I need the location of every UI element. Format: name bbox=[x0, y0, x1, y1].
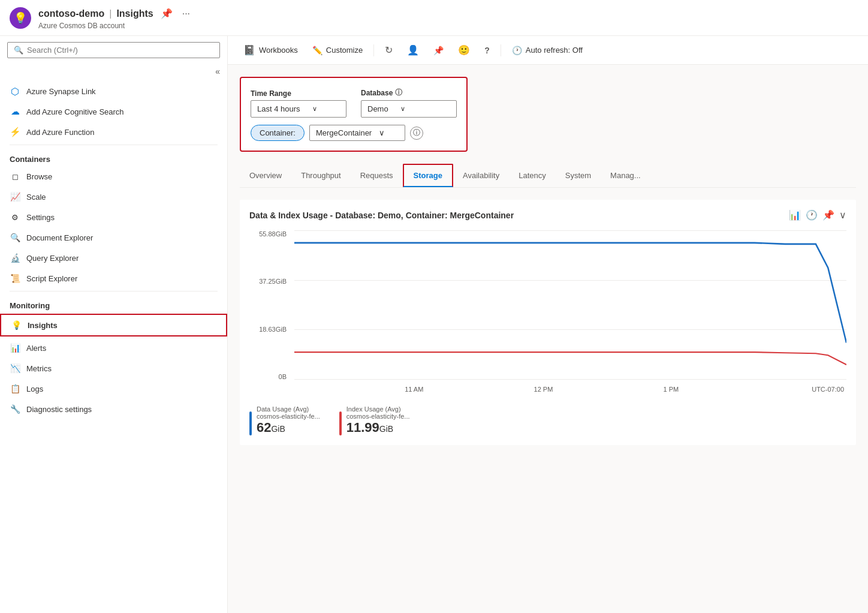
content-area: 📓 Workbooks ✏️ Customize ↻ 👤 📌 bbox=[228, 36, 868, 613]
browse-icon: ◻ bbox=[10, 171, 20, 182]
title-divider: | bbox=[109, 8, 111, 19]
sidebar: 🔍 « ⬡ Azure Synapse Link ☁ Add Azure Cog… bbox=[0, 36, 228, 613]
sidebar-item-label: Add Azure Cognitive Search bbox=[26, 107, 124, 116]
sidebar-item-synapse-link[interactable]: ⬡ Azure Synapse Link bbox=[0, 81, 227, 101]
customize-label: Customize bbox=[326, 46, 363, 55]
pin-toolbar-button[interactable]: 📌 bbox=[427, 43, 450, 58]
time-range-chevron-icon: ∨ bbox=[312, 105, 317, 113]
sidebar-item-label: Logs bbox=[26, 384, 43, 393]
tab-availability[interactable]: Availability bbox=[453, 165, 509, 187]
sidebar-collapse-button[interactable]: « bbox=[213, 64, 222, 79]
chart-plot bbox=[294, 230, 846, 380]
database-select[interactable]: Demo ∨ bbox=[361, 100, 457, 118]
search-icon: 🔍 bbox=[14, 46, 23, 55]
content-body: Time Range Last 4 hours ∨ Database ⓘ bbox=[228, 65, 868, 613]
tab-storage[interactable]: Storage bbox=[403, 164, 453, 187]
workbooks-button[interactable]: 📓 Workbooks bbox=[237, 41, 304, 59]
tab-throughput[interactable]: Throughput bbox=[291, 165, 351, 187]
more-button[interactable]: ··· bbox=[180, 6, 192, 22]
database-info-icon[interactable]: ⓘ bbox=[395, 88, 402, 98]
container-info-button[interactable]: ⓘ bbox=[410, 127, 423, 140]
sidebar-content: ⬡ Azure Synapse Link ☁ Add Azure Cogniti… bbox=[0, 81, 227, 613]
database-value: Demo bbox=[367, 104, 388, 113]
refresh-button[interactable]: ↻ bbox=[379, 41, 399, 59]
tab-manage[interactable]: Manag... bbox=[601, 165, 650, 187]
tab-latency[interactable]: Latency bbox=[509, 165, 556, 187]
pin-toolbar-icon: 📌 bbox=[433, 46, 444, 55]
share-button[interactable]: 👤 bbox=[401, 41, 425, 59]
sidebar-item-diagnostic-settings[interactable]: 🔧 Diagnostic settings bbox=[0, 399, 227, 419]
refresh-icon: ↻ bbox=[385, 44, 393, 56]
time-range-select[interactable]: Last 4 hours ∨ bbox=[251, 100, 346, 118]
sidebar-item-document-explorer[interactable]: 🔍 Document Explorer bbox=[0, 227, 227, 248]
data-usage-sublabel: cosmos-elasticity-fe... bbox=[257, 413, 320, 420]
scale-icon: 📈 bbox=[10, 191, 20, 202]
filter-box: Time Range Last 4 hours ∨ Database ⓘ bbox=[240, 77, 468, 152]
pin-button[interactable]: 📌 bbox=[158, 5, 175, 22]
sidebar-item-insights[interactable]: 💡 Insights bbox=[0, 314, 227, 336]
container-select[interactable]: MergeContainer ∨ bbox=[309, 125, 405, 141]
chart-expand-button[interactable]: ∨ bbox=[839, 209, 846, 221]
sidebar-item-label: Diagnostic settings bbox=[26, 405, 92, 414]
sidebar-item-script-explorer[interactable]: 📜 Script Explorer bbox=[0, 268, 227, 289]
sidebar-item-add-cognitive-search[interactable]: ☁ Add Azure Cognitive Search bbox=[0, 101, 227, 122]
chart-x-label-utc: UTC-07:00 bbox=[812, 386, 846, 393]
metrics-icon: 📉 bbox=[10, 363, 20, 374]
chart-time-button[interactable]: 🕐 bbox=[806, 209, 818, 221]
chart-x-labels: 11 AM 12 PM 1 PM UTC-07:00 bbox=[294, 380, 846, 398]
toolbar: 📓 Workbooks ✏️ Customize ↻ 👤 📌 bbox=[228, 36, 868, 65]
containers-section-header: Containers bbox=[0, 148, 227, 166]
database-label: Database ⓘ bbox=[361, 88, 457, 98]
sidebar-item-metrics[interactable]: 📉 Metrics bbox=[0, 358, 227, 378]
logs-icon: 📋 bbox=[10, 383, 20, 394]
sidebar-item-label: Insights bbox=[28, 321, 58, 330]
search-box[interactable]: 🔍 bbox=[7, 42, 220, 58]
chart-svg bbox=[294, 230, 846, 380]
search-input[interactable] bbox=[27, 46, 213, 55]
feedback-icon: 🙂 bbox=[458, 44, 470, 56]
sidebar-item-settings[interactable]: ⚙ Settings bbox=[0, 207, 227, 227]
auto-refresh-button[interactable]: 🕐 Auto refresh: Off bbox=[506, 43, 589, 58]
workbooks-icon: 📓 bbox=[243, 44, 255, 56]
customize-icon: ✏️ bbox=[312, 46, 323, 55]
app-logo: 💡 bbox=[10, 7, 31, 29]
sidebar-search-area: 🔍 bbox=[0, 36, 227, 64]
sidebar-item-alerts[interactable]: 📊 Alerts bbox=[0, 338, 227, 358]
chart-pin-button[interactable]: 📌 bbox=[822, 209, 834, 221]
chart-x-label-1pm: 1 PM bbox=[664, 386, 679, 393]
chart-legend: Data Usage (Avg) cosmos-elasticity-fe...… bbox=[249, 405, 846, 435]
data-usage-info: Data Usage (Avg) cosmos-elasticity-fe...… bbox=[257, 405, 320, 435]
legend-item-index-usage: Index Usage (Avg) cosmos-elasticity-fe..… bbox=[339, 405, 410, 435]
index-usage-label: Index Usage (Avg) bbox=[346, 405, 410, 413]
azure-function-icon: ⚡ bbox=[10, 127, 20, 137]
chart-y-label-bottom: 0B bbox=[249, 373, 291, 380]
sidebar-item-logs[interactable]: 📋 Logs bbox=[0, 378, 227, 399]
chart-title: Data & Index Usage - Database: Demo, Con… bbox=[249, 211, 514, 220]
chart-section: Data & Index Usage - Database: Demo, Con… bbox=[240, 200, 856, 445]
help-button[interactable]: ? bbox=[478, 43, 496, 58]
sidebar-item-label: Alerts bbox=[26, 344, 46, 353]
cognitive-search-icon: ☁ bbox=[10, 106, 20, 117]
chart-x-label-11am: 11 AM bbox=[405, 386, 423, 393]
customize-button[interactable]: ✏️ Customize bbox=[306, 43, 369, 58]
chart-y-label-mid1: 37.25GiB bbox=[249, 278, 291, 285]
container-value: MergeContainer bbox=[316, 128, 372, 137]
tab-system[interactable]: System bbox=[556, 165, 601, 187]
sidebar-item-label: Settings bbox=[26, 213, 55, 222]
chart-area: 55.88GiB 37.25GiB 18.63GiB 0B bbox=[249, 230, 846, 398]
container-label: Container: bbox=[251, 125, 305, 141]
chart-bar-icon-button[interactable]: 📊 bbox=[789, 209, 801, 221]
sidebar-item-query-explorer[interactable]: 🔬 Query Explorer bbox=[0, 248, 227, 268]
chart-y-label-mid2: 18.63GiB bbox=[249, 326, 291, 333]
data-usage-color-bar bbox=[249, 411, 252, 435]
tab-requests[interactable]: Requests bbox=[351, 165, 403, 187]
alerts-icon: 📊 bbox=[10, 342, 20, 353]
time-range-value: Last 4 hours bbox=[257, 104, 300, 113]
sidebar-item-browse[interactable]: ◻ Browse bbox=[0, 166, 227, 187]
sidebar-item-scale[interactable]: 📈 Scale bbox=[0, 187, 227, 207]
sidebar-item-add-azure-function[interactable]: ⚡ Add Azure Function bbox=[0, 122, 227, 142]
feedback-button[interactable]: 🙂 bbox=[452, 41, 476, 59]
tab-overview[interactable]: Overview bbox=[240, 165, 291, 187]
app-name: contoso-demo bbox=[38, 8, 104, 19]
insights-icon: 💡 bbox=[11, 320, 22, 330]
